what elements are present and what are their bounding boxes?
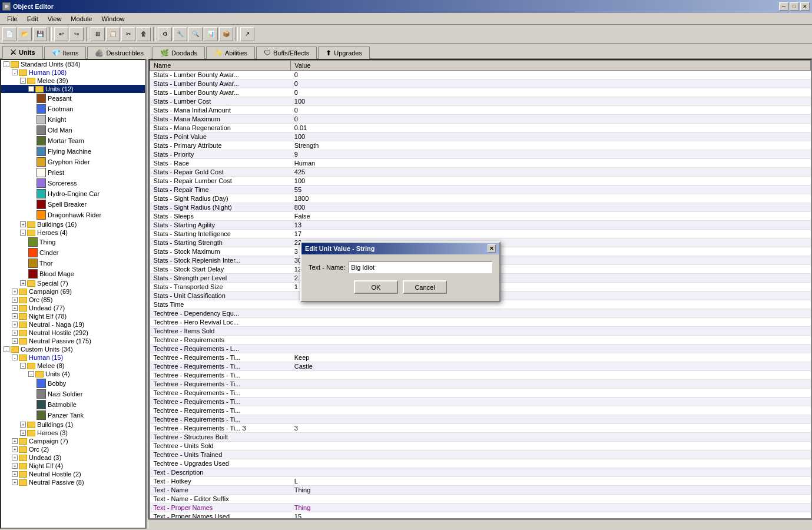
- dialog-text-input[interactable]: [349, 261, 492, 273]
- modal-overlay: Edit Unit Value - String ✕ Text - Name: …: [0, 0, 812, 530]
- dialog-buttons: OK Cancel: [309, 280, 492, 294]
- dialog-cancel-button[interactable]: Cancel: [403, 280, 447, 294]
- edit-dialog: Edit Unit Value - String ✕ Text - Name: …: [300, 241, 501, 302]
- dialog-body: Text - Name: OK Cancel: [301, 254, 499, 301]
- dialog-title-bar: Edit Unit Value - String ✕: [301, 243, 499, 254]
- dialog-field: Text - Name:: [309, 261, 492, 273]
- dialog-title: Edit Unit Value - String: [305, 245, 375, 252]
- dialog-field-label: Text - Name:: [309, 264, 345, 271]
- dialog-ok-button[interactable]: OK: [354, 280, 398, 294]
- dialog-close-button[interactable]: ✕: [488, 244, 496, 253]
